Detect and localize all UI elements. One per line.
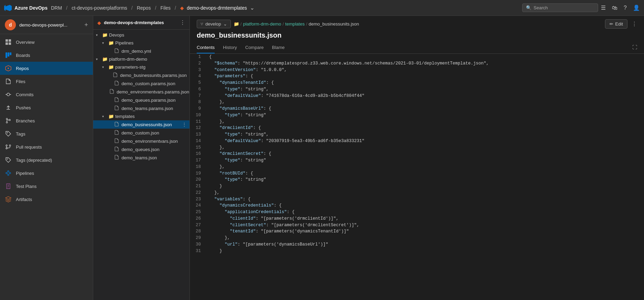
line-number: 14	[190, 138, 206, 144]
tree-item[interactable]: ▾📁parameters-stg	[93, 63, 189, 71]
content-header: ⑂ develop ⌄ 📁 / platform-drm-demo / temp…	[190, 16, 644, 54]
tree-item[interactable]: demo_custom.params.json	[93, 79, 189, 88]
code-view: 1{2 "$schema": "https://drmtemplatesprod…	[190, 54, 644, 300]
sidebar-item-label-tags-deprecated: Tags (deprecated)	[16, 158, 52, 163]
file-tree-menu-button[interactable]: ⋮	[180, 19, 185, 26]
overview-nav-icon	[5, 39, 12, 46]
search-box[interactable]: 🔍 Search	[522, 3, 598, 12]
svg-point-12	[6, 118, 8, 120]
search-icon: 🔍	[526, 5, 531, 10]
list-icon[interactable]: ☰	[601, 4, 606, 11]
tree-item[interactable]: demo_environmentvars.params.json	[93, 88, 189, 96]
sidebar-item-tags-deprecated[interactable]: Tags (deprecated)	[0, 153, 93, 167]
sidebar-item-overview[interactable]: Overview	[0, 36, 93, 49]
code-line: 14 "defaultValue": "20307919-5ea3-49b5-a…	[190, 138, 644, 144]
tree-item[interactable]: demo_custom.json	[93, 129, 189, 137]
tree-item-label: demo_teams.params.json	[121, 106, 187, 111]
tree-item[interactable]: demo_environmentvars.json	[93, 137, 189, 145]
sidebar-item-files[interactable]: Files	[0, 75, 93, 88]
repo-dropdown-arrow[interactable]: ⌄	[250, 4, 254, 11]
tree-file-icon	[110, 89, 115, 94]
help-icon[interactable]: ?	[624, 5, 627, 11]
line-code: },	[206, 99, 644, 106]
code-line: 12 "drmclientId": {	[190, 125, 644, 131]
code-line: 15 },	[190, 144, 644, 151]
svg-rect-3	[9, 42, 11, 45]
sidebar-item-pushes[interactable]: Pushes	[0, 101, 93, 114]
line-code: "tenantId": "[parameters('dynamicsTenant…	[206, 228, 644, 235]
tree-item[interactable]: ▾📁Pipelines	[93, 39, 189, 47]
sidebar-item-test-plans[interactable]: Test Plans	[0, 180, 93, 193]
sidebar-item-repos[interactable]: Repos	[0, 62, 93, 75]
tree-item-label: templates	[115, 114, 187, 119]
svg-point-8	[7, 93, 10, 96]
add-project-button[interactable]: +	[84, 21, 88, 29]
tab-history[interactable]: History	[223, 43, 237, 53]
sidebar-item-tags[interactable]: Tags	[0, 127, 93, 140]
sidebar-item-boards[interactable]: Boards	[0, 49, 93, 62]
svg-point-25	[8, 174, 9, 176]
sidebar-item-branches[interactable]: Branches	[0, 114, 93, 127]
project-header: d demo-devops-powerpl... +	[0, 16, 93, 34]
content-more-button[interactable]: ⋮	[632, 21, 637, 27]
sidebar-item-artifacts[interactable]: Artifacts	[0, 193, 93, 206]
breadcrumb-link-1[interactable]: platform-drm-demo	[243, 21, 281, 27]
svg-point-13	[6, 122, 8, 123]
code-line: 3 "contentVersion": "1.0.0.0",	[190, 67, 644, 73]
code-line: 23 "variables": {	[190, 196, 644, 203]
tree-item[interactable]: demo_teams.params.json	[93, 104, 189, 112]
test-plans-nav-icon	[5, 183, 12, 190]
branch-selector[interactable]: ⑂ develop ⌄	[197, 20, 231, 28]
tree-item[interactable]: demo_queues.json	[93, 145, 189, 153]
files-nav-icon	[5, 78, 12, 85]
tree-folder-icon: 📁	[102, 32, 108, 38]
tree-item[interactable]: ▾📁templates	[93, 112, 189, 120]
line-code: }	[206, 248, 644, 254]
org-name: DRM	[51, 5, 62, 11]
code-line: 9 "dynamicsBaseUrl": {	[190, 106, 644, 112]
content-panel: ⑂ develop ⌄ 📁 / platform-drm-demo / temp…	[190, 16, 644, 300]
tab-blame[interactable]: Blame	[272, 43, 285, 53]
tab-contents[interactable]: Contents	[197, 43, 215, 53]
breadcrumb-path: 📁 / platform-drm-demo / templates / demo…	[234, 21, 602, 27]
user-icon[interactable]: 👤	[633, 4, 640, 11]
sidebar-item-label-branches: Branches	[16, 118, 35, 123]
edit-icon: ✏	[609, 21, 613, 27]
breadcrumb-link-2[interactable]: templates	[285, 21, 304, 27]
svg-point-19	[9, 145, 11, 146]
tab-compare[interactable]: Compare	[245, 43, 264, 53]
sidebar-item-pipelines[interactable]: Pipelines	[0, 167, 93, 180]
tree-item[interactable]: demo_teams.json	[93, 153, 189, 162]
tree-item[interactable]: demo_businessunits.json⋮	[93, 120, 189, 129]
line-number: 20	[190, 177, 206, 183]
edit-button[interactable]: ✏ Edit	[605, 19, 627, 29]
svg-rect-1	[9, 39, 11, 42]
fullscreen-button[interactable]: ⛶	[632, 44, 637, 50]
line-number: 6	[190, 86, 206, 93]
breadcrumb-repo[interactable]: demo-devops-drmtemplates	[187, 5, 247, 11]
tree-item[interactable]: ▾📁Devops	[93, 31, 189, 39]
file-tree-panel: ◆ demo-devops-drmtemplates ⋮ ▾📁Devops▾📁P…	[93, 16, 190, 300]
tree-item[interactable]: demo_queues.params.json	[93, 96, 189, 104]
line-code: },	[206, 144, 644, 151]
tree-item[interactable]: drm_demo.yml	[93, 47, 189, 55]
breadcrumb-files[interactable]: Files	[160, 5, 171, 11]
sidebar-item-commits[interactable]: Commits	[0, 88, 93, 101]
artifacts-nav-icon	[5, 196, 12, 203]
breadcrumb-repos[interactable]: Repos	[137, 5, 150, 11]
breadcrumb-sep-4: /	[175, 5, 176, 11]
line-number: 24	[190, 202, 206, 209]
tree-item-menu-button[interactable]: ⋮	[182, 122, 187, 127]
code-line: 27 "clientSecret": "[parameters('drmclie…	[190, 222, 644, 229]
edit-label: Edit	[615, 21, 623, 27]
breadcrumb-sep-2: /	[131, 5, 133, 11]
tree-item[interactable]: ▾📁platform-drm-demo	[93, 55, 189, 63]
sidebar-item-pull-requests[interactable]: Pull requests	[0, 140, 93, 153]
code-line: 21 }	[190, 183, 644, 190]
tree-item[interactable]: demo_businessunits.params.json	[93, 71, 189, 79]
breadcrumb-current: demo_businessunits.json	[309, 21, 359, 27]
shopping-bag-icon[interactable]: 🛍	[612, 5, 617, 11]
tree-folder-icon: 📁	[102, 57, 108, 62]
code-line: 22 },	[190, 190, 644, 196]
breadcrumb-org[interactable]: ct-devops-powerplatforms	[71, 5, 127, 11]
